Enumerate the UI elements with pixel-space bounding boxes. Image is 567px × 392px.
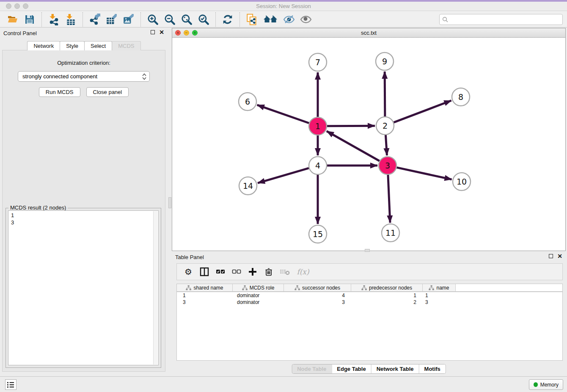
graph-node-7[interactable]: 7 [309,53,327,71]
network-window-titlebar[interactable]: × − + scc.txt [172,28,565,38]
memory-button[interactable]: Memory [529,379,563,390]
table-cell: 1 [423,292,456,299]
graph-node-11[interactable]: 11 [382,224,399,242]
search-field[interactable] [439,14,563,25]
deselect-all-icon[interactable] [230,265,243,278]
toolbar-separator [140,12,141,27]
column-header-shared-name[interactable]: shared name [177,284,233,291]
import-network-icon[interactable] [47,13,61,26]
graph-node-15[interactable]: 15 [309,225,327,243]
tab-network-table[interactable]: Network Table [371,364,419,373]
graph-edge-3-1[interactable] [327,131,380,161]
close-table-panel-icon[interactable]: ✕ [557,254,562,258]
column-tree-icon [361,285,367,290]
graph-node-4[interactable]: 4 [309,157,327,174]
node-table[interactable]: shared nameMCDS rolesuccessor nodesprede… [176,284,563,361]
task-list-icon [7,381,15,389]
zoom-in-icon[interactable] [146,13,160,26]
svg-text:1: 1 [315,121,320,131]
float-panel-icon[interactable] [151,30,155,34]
result-scrollbar[interactable] [153,211,158,364]
tab-node-table[interactable]: Node Table [292,364,331,373]
show-columns-icon[interactable] [198,265,211,278]
column-header-label: name [436,285,449,291]
select-all-icon[interactable] [214,265,227,278]
tab-network[interactable]: Network [27,41,60,50]
horizontal-splitter-handle[interactable] [365,249,370,252]
criterion-dropdown[interactable]: strongly connected component [18,71,150,82]
graph-edge-2-8[interactable] [394,101,451,123]
graph-node-1[interactable]: 1 [309,117,327,135]
graph-node-10[interactable]: 10 [453,173,471,190]
hide-graphics-details-icon[interactable] [282,13,296,26]
toolbar-separator [41,12,42,27]
toolbar-separator [239,12,240,27]
graph-node-8[interactable]: 8 [452,88,470,106]
mcds-result-area[interactable]: 1 3 [8,210,159,365]
graph-node-14[interactable]: 14 [239,177,257,195]
graph-edge-3-10[interactable] [396,168,451,179]
zoom-out-icon[interactable] [163,13,176,26]
zoom-selected-icon[interactable] [197,13,210,26]
tab-style[interactable]: Style [60,41,85,50]
close-panel-icon[interactable]: ✕ [159,30,164,34]
table-row[interactable]: 1dominator411 [177,292,562,299]
tab-mcds[interactable]: MCDS [112,41,140,50]
header-filler [456,284,562,291]
table-cell: dominator [233,292,284,299]
vertical-splitter-handle[interactable] [168,197,171,208]
delete-icon[interactable] [262,265,275,278]
export-image-icon[interactable] [122,13,135,26]
graph-node-2[interactable]: 2 [376,117,394,135]
export-table-icon[interactable] [105,13,118,26]
column-header-name[interactable]: name [423,284,456,291]
svg-text:2: 2 [383,121,388,130]
task-history-button[interactable] [5,379,17,390]
close-panel-button[interactable]: Close panel [86,87,129,97]
mcds-result-box: MCDS result (2 nodes) 1 3 [6,208,161,368]
graph-edge-2-9[interactable] [385,72,385,116]
column-tree-icon [242,285,248,290]
gear-icon[interactable]: ⚙ [182,265,195,278]
graph-node-6[interactable]: 6 [239,93,256,110]
run-mcds-button[interactable]: Run MCDS [39,87,80,97]
search-input[interactable] [450,17,560,23]
table-cell: 1 [177,292,233,299]
function-builder-icon[interactable]: f(x) [295,265,311,278]
toolbar-separator [215,12,216,27]
apply-layout-icon[interactable] [221,13,234,26]
graph-edge-2-3[interactable] [385,135,387,155]
mcds-result-title: MCDS result (2 nodes) [8,204,68,211]
graph-node-3[interactable]: 3 [379,157,396,174]
graph-node-9[interactable]: 9 [376,52,394,70]
graph-edge-4-14[interactable] [258,168,309,183]
export-network-icon[interactable] [88,13,102,26]
column-tree-icon [186,285,191,290]
open-file-icon[interactable] [6,13,19,26]
status-bar: Memory [0,376,567,392]
tab-select[interactable]: Select [84,41,112,50]
float-table-panel-icon[interactable] [549,254,553,258]
zoom-fit-icon[interactable] [180,13,193,26]
column-header-label: MCDS role [250,285,275,291]
graph-edge-1-2[interactable] [327,126,375,126]
graph-edge-1-6[interactable] [257,105,309,123]
tab-edge-table[interactable]: Edge Table [331,364,371,373]
table-row[interactable]: 3dominator323 [177,299,562,306]
home-icon[interactable] [262,13,279,26]
delete-column-icon[interactable] [278,265,291,278]
column-header-predecessor-nodes[interactable]: predecessor nodes [351,284,423,291]
network-canvas[interactable]: 7968124314101511 [172,38,565,251]
show-graphics-details-icon[interactable] [299,13,313,26]
svg-text:10: 10 [457,177,467,186]
column-header-successor-nodes[interactable]: successor nodes [284,284,351,291]
clone-network-icon[interactable] [245,13,259,26]
tab-motifs[interactable]: Motifs [419,364,446,373]
import-table-icon[interactable] [64,13,77,26]
column-header-MCDS-role[interactable]: MCDS role [233,284,284,291]
main-toolbar [0,11,567,28]
graph-edge-3-11[interactable] [388,175,390,223]
save-session-icon[interactable] [23,13,36,26]
add-column-icon[interactable] [246,265,259,278]
toolbar-separator [83,12,83,27]
